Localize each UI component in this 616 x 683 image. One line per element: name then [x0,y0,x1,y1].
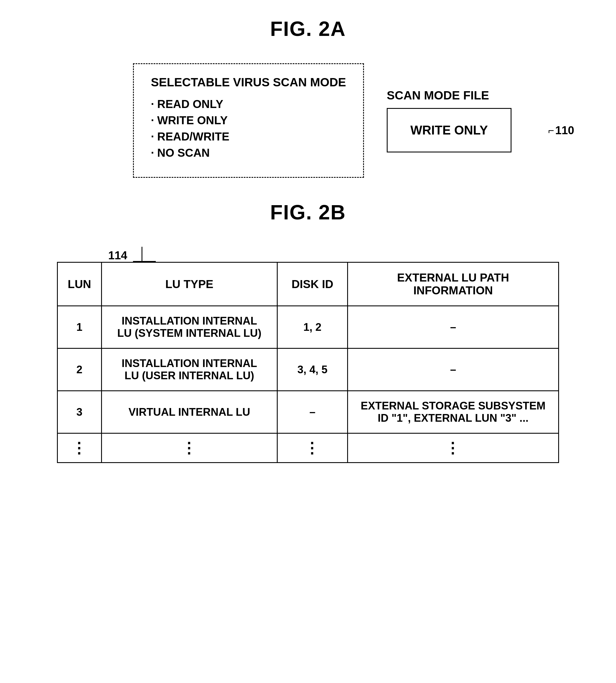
cell-lutype-dots: ⋮ [102,433,277,463]
fig2a-title: FIG. 2A [270,17,346,40]
col-header-lutype: LU TYPE [102,262,277,306]
cell-lutype-1: INSTALLATION INTERNALLU (SYSTEM INTERNAL… [102,306,277,348]
scan-mode-item-readwrite: READ/WRITE [151,130,346,143]
scan-mode-item-write-only: WRITE ONLY [151,114,346,127]
fig2b-section: FIG. 2B 114 LUN LU TYPE DISK ID EXTERNAL… [28,200,588,463]
cell-diskid-dots: ⋮ [278,433,348,463]
cell-lun-1: 1 [58,306,102,348]
cell-lun-2: 2 [58,348,102,391]
selectable-virus-scan-box: SELECTABLE VIRUS SCAN MODE READ ONLY WRI… [133,63,364,178]
cell-extlu-3: EXTERNAL STORAGE SUBSYSTEMID "1", EXTERN… [348,391,559,433]
ref-114-container: 114 [108,247,156,262]
fig2a-section: FIG. 2A SELECTABLE VIRUS SCAN MODE READ … [28,17,588,178]
ref-arrow-vertical [141,247,142,261]
cell-diskid-3: – [278,391,348,433]
scan-mode-list: READ ONLY WRITE ONLY READ/WRITE NO SCAN [151,98,346,159]
ref-114-arrow [133,247,156,262]
scan-mode-file-box: WRITE ONLY [387,108,511,152]
selectable-box-title: SELECTABLE VIRUS SCAN MODE [151,76,346,89]
cell-lutype-3: VIRTUAL INTERNAL LU [102,391,277,433]
ref-110: ⌐ 110 [548,124,574,137]
scan-mode-item-read-only: READ ONLY [151,98,346,110]
lu-table: LUN LU TYPE DISK ID EXTERNAL LU PATHINFO… [57,262,559,463]
col-header-diskid: DISK ID [278,262,348,306]
table-row: 1 INSTALLATION INTERNALLU (SYSTEM INTERN… [58,306,559,348]
ref-114-label: 114 [108,249,127,262]
cell-lutype-2: INSTALLATION INTERNALLU (USER INTERNAL L… [102,348,277,391]
cell-lun-dots: ⋮ [58,433,102,463]
cell-extlu-1: – [348,306,559,348]
col-header-lun: LUN [58,262,102,306]
cell-diskid-1: 1, 2 [278,306,348,348]
scan-mode-file-label: SCAN MODE FILE [387,89,489,102]
cell-diskid-2: 3, 4, 5 [278,348,348,391]
table-row: 3 VIRTUAL INTERNAL LU – EXTERNAL STORAGE… [58,391,559,433]
cell-extlu-2: – [348,348,559,391]
cell-extlu-dots: ⋮ [348,433,559,463]
fig2a-diagram: SELECTABLE VIRUS SCAN MODE READ ONLY WRI… [28,63,588,178]
fig2b-diagram: 114 LUN LU TYPE DISK ID EXTERNAL LU PATH… [28,247,588,463]
col-header-extlu: EXTERNAL LU PATHINFORMATION [348,262,559,306]
table-row-dots: ⋮ ⋮ ⋮ ⋮ [58,433,559,463]
table-row: 2 INSTALLATION INTERNALLU (USER INTERNAL… [58,348,559,391]
scan-mode-file-content: WRITE ONLY [410,123,488,137]
table-header-row: LUN LU TYPE DISK ID EXTERNAL LU PATHINFO… [58,262,559,306]
fig2b-title: FIG. 2B [270,200,346,224]
scan-mode-file-container: SCAN MODE FILE WRITE ONLY ⌐ 110 [387,89,511,152]
cell-lun-3: 3 [58,391,102,433]
scan-mode-item-no-scan: NO SCAN [151,147,346,159]
